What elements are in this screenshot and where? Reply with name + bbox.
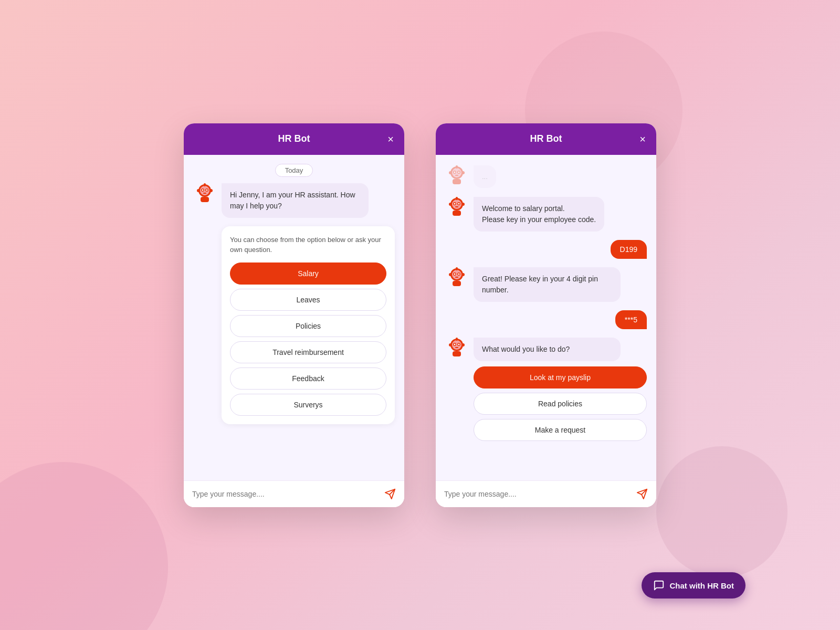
right-close-button[interactable]: × (639, 134, 646, 144)
chat-windows-container: HR Bot × Today (184, 123, 656, 507)
svg-point-8 (204, 183, 206, 185)
svg-point-40 (454, 273, 456, 275)
svg-rect-59 (453, 351, 461, 356)
user-pin-row: ***5 (445, 310, 647, 329)
faded-bubble: ... (474, 165, 496, 188)
svg-rect-11 (201, 197, 209, 202)
left-chat-header: HR Bot × (184, 123, 404, 155)
svg-point-17 (458, 171, 460, 173)
send-icon-right (636, 488, 648, 500)
bot-pin-bubble: Great! Please key in your 4 digit pin nu… (474, 267, 621, 302)
svg-point-5 (206, 189, 208, 191)
right-option-policies[interactable]: Read policies (474, 393, 647, 415)
float-chat-label: Chat with HR Bot (670, 581, 734, 590)
svg-rect-47 (453, 281, 461, 286)
bot-greeting-row: Hi Jenny, I am your HR assistant. How ma… (193, 183, 395, 218)
option-policies[interactable]: Policies (230, 315, 386, 337)
option-surverys[interactable]: Surverys (230, 394, 386, 416)
right-option-request[interactable]: Make a request (474, 419, 647, 441)
option-travel-reimbursement[interactable]: Travel reimbursement (230, 341, 386, 363)
svg-point-28 (454, 203, 456, 204)
left-message-input[interactable] (192, 490, 379, 498)
svg-rect-6 (203, 193, 206, 194)
svg-point-52 (454, 343, 456, 345)
right-send-button[interactable] (636, 488, 648, 500)
option-feedback[interactable]: Feedback (230, 368, 386, 390)
svg-point-34 (461, 203, 465, 206)
svg-point-16 (454, 171, 456, 173)
chat-bubble-icon (653, 580, 665, 591)
bot-choice-bubble: What would you like to do? (474, 338, 621, 361)
options-card: You can choose from the option below or … (222, 226, 395, 424)
svg-point-57 (449, 343, 452, 346)
left-chat-title: HR Bot (278, 133, 310, 144)
svg-point-29 (458, 203, 460, 204)
svg-rect-42 (455, 277, 458, 278)
left-chat-messages: Today (184, 155, 404, 480)
user-d199-bubble: D199 (611, 240, 647, 259)
option-leaves[interactable]: Leaves (230, 289, 386, 311)
bot-avatar-3 (445, 338, 468, 361)
left-send-button[interactable] (384, 488, 396, 500)
svg-point-9 (197, 189, 200, 192)
svg-rect-23 (453, 179, 461, 184)
svg-point-22 (461, 171, 465, 174)
user-pin-bubble: ***5 (615, 310, 647, 329)
svg-rect-54 (455, 347, 458, 348)
svg-point-32 (456, 197, 458, 199)
right-chat-header: HR Bot × (436, 123, 656, 155)
svg-point-33 (449, 203, 452, 206)
svg-point-41 (458, 273, 460, 275)
bot-pin-row: Great! Please key in your 4 digit pin nu… (445, 267, 647, 302)
bot-avatar-faded (445, 165, 468, 188)
bot-choice-row: What would you like to do? Look at my pa… (445, 338, 647, 441)
svg-point-21 (449, 171, 452, 174)
options-intro-text: You can choose from the option below or … (230, 235, 386, 255)
faded-top-row: ... (445, 165, 647, 188)
bot-greeting-bubble: Hi Jenny, I am your HR assistant. How ma… (222, 183, 369, 218)
left-chat-window: HR Bot × Today (184, 123, 404, 507)
bot-avatar (193, 183, 216, 206)
float-chat-button[interactable]: Chat with HR Bot (642, 572, 746, 598)
svg-rect-18 (455, 175, 458, 176)
svg-rect-30 (455, 206, 458, 207)
user-d199-row: D199 (445, 240, 647, 259)
left-input-area (184, 480, 404, 507)
svg-point-10 (209, 189, 213, 192)
right-chat-messages: ... (436, 155, 656, 480)
svg-point-56 (456, 338, 458, 340)
right-chat-title: HR Bot (530, 133, 562, 144)
bot-salary-portal-bubble: Welcome to salary portal.Please key in y… (474, 197, 604, 232)
right-input-area (436, 480, 656, 507)
right-chat-window: HR Bot × (436, 123, 656, 507)
bot-avatar-2 (445, 267, 468, 290)
bot-choice-content: What would you like to do? Look at my pa… (474, 338, 647, 441)
svg-rect-35 (453, 211, 461, 216)
option-salary[interactable]: Salary (230, 262, 386, 285)
right-message-input[interactable] (444, 490, 631, 498)
svg-point-58 (461, 343, 465, 346)
svg-point-45 (449, 273, 452, 276)
svg-point-46 (461, 273, 465, 276)
left-close-button[interactable]: × (387, 134, 394, 144)
svg-point-20 (456, 165, 458, 167)
send-icon (384, 488, 396, 500)
date-badge: Today (193, 165, 395, 175)
bot-salary-portal-row: Welcome to salary portal.Please key in y… (445, 197, 647, 232)
svg-point-44 (456, 267, 458, 269)
svg-point-53 (458, 343, 460, 345)
svg-point-4 (202, 189, 204, 191)
right-option-payslip[interactable]: Look at my payslip (474, 366, 647, 388)
bot-avatar-1 (445, 197, 468, 220)
